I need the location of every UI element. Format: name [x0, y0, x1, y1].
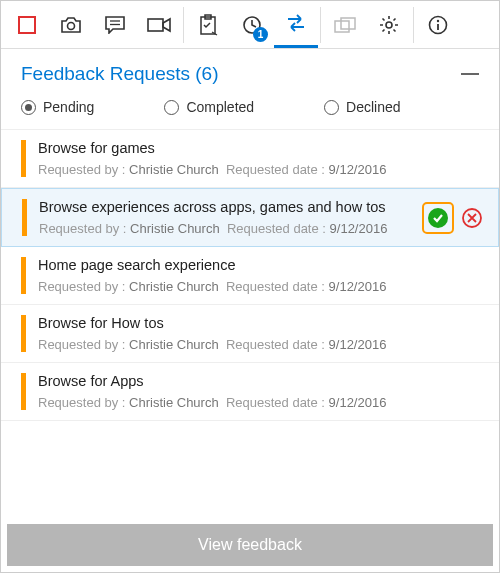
panel-header: Feedback Requests (6): [1, 49, 499, 95]
footer: View feedback: [1, 518, 499, 572]
meta-date-label: Requested date :: [226, 279, 325, 294]
request-item[interactable]: Browse for AppsRequested by : Christie C…: [1, 363, 499, 421]
video-button[interactable]: [137, 2, 181, 48]
item-title: Browse for games: [38, 140, 485, 156]
request-item[interactable]: Home page search experienceRequested by …: [1, 247, 499, 305]
meta-by-label: Requested by :: [38, 337, 125, 352]
svg-point-10: [386, 22, 392, 28]
filter-label: Pending: [43, 99, 94, 115]
item-meta: Requested by : Christie Church Requested…: [38, 162, 485, 177]
filter-declined[interactable]: Declined: [324, 99, 400, 115]
svg-rect-4: [148, 19, 163, 31]
badge-count: 1: [253, 27, 268, 42]
comment-button[interactable]: [93, 2, 137, 48]
toolbar-divider: [183, 7, 184, 43]
meta-date-value: 9/12/2016: [329, 337, 387, 352]
request-item[interactable]: Browse for gamesRequested by : Christie …: [1, 130, 499, 188]
toolbar-divider: [320, 7, 321, 43]
svg-point-12: [437, 19, 439, 21]
item-meta: Requested by : Christie Church Requested…: [38, 279, 485, 294]
filter-completed[interactable]: Completed: [164, 99, 254, 115]
panel-title: Feedback Requests (6): [21, 63, 219, 85]
view-feedback-button[interactable]: View feedback: [7, 524, 493, 566]
meta-date-label: Requested date :: [226, 162, 325, 177]
meta-date-value: 9/12/2016: [330, 221, 388, 236]
clipboard-button[interactable]: [186, 2, 230, 48]
meta-date-label: Requested date :: [226, 337, 325, 352]
x-circle-icon: [461, 207, 483, 229]
check-icon: [428, 208, 448, 228]
request-list: Browse for gamesRequested by : Christie …: [1, 129, 499, 518]
toolbar: 1: [1, 1, 499, 49]
item-title: Home page search experience: [38, 257, 485, 273]
meta-date-value: 9/12/2016: [329, 162, 387, 177]
meta-by-label: Requested by :: [39, 221, 126, 236]
item-body: Browse for gamesRequested by : Christie …: [38, 140, 485, 177]
item-body: Browse for How tosRequested by : Christi…: [38, 315, 485, 352]
item-meta: Requested by : Christie Church Requested…: [38, 395, 485, 410]
item-actions: [422, 199, 484, 236]
status-bar: [21, 257, 26, 294]
meta-by-label: Requested by :: [38, 395, 125, 410]
decline-button[interactable]: [460, 206, 484, 230]
filter-label: Completed: [186, 99, 254, 115]
collapse-button[interactable]: [461, 73, 479, 75]
request-item[interactable]: Browse for How tosRequested by : Christi…: [1, 305, 499, 363]
item-body: Browse experiences across apps, games an…: [39, 199, 414, 236]
item-title: Browse for Apps: [38, 373, 485, 389]
svg-rect-8: [335, 21, 349, 32]
item-title: Browse experiences across apps, games an…: [39, 199, 414, 215]
meta-by-label: Requested by :: [38, 279, 125, 294]
radio-icon: [324, 100, 339, 115]
filter-label: Declined: [346, 99, 400, 115]
meta-by-value: Christie Church: [129, 279, 219, 294]
item-body: Browse for AppsRequested by : Christie C…: [38, 373, 485, 410]
info-button[interactable]: [416, 2, 460, 48]
svg-rect-0: [19, 17, 35, 33]
meta-date-value: 9/12/2016: [329, 395, 387, 410]
status-bar: [21, 373, 26, 410]
settings-button[interactable]: [367, 2, 411, 48]
meta-by-value: Christie Church: [129, 337, 219, 352]
status-bar: [21, 315, 26, 352]
item-body: Home page search experienceRequested by …: [38, 257, 485, 294]
radio-icon: [164, 100, 179, 115]
meta-date-label: Requested date :: [227, 221, 326, 236]
sync-button[interactable]: [274, 2, 318, 48]
radio-icon: [21, 100, 36, 115]
meta-date-label: Requested date :: [226, 395, 325, 410]
screens-button[interactable]: [323, 2, 367, 48]
item-meta: Requested by : Christie Church Requested…: [38, 337, 485, 352]
request-item[interactable]: Browse experiences across apps, games an…: [1, 188, 499, 247]
camera-button[interactable]: [49, 2, 93, 48]
meta-by-value: Christie Church: [129, 395, 219, 410]
filter-row: Pending Completed Declined: [1, 95, 499, 129]
stop-button[interactable]: [5, 2, 49, 48]
meta-by-value: Christie Church: [129, 162, 219, 177]
item-meta: Requested by : Christie Church Requested…: [39, 221, 414, 236]
meta-by-label: Requested by :: [38, 162, 125, 177]
accept-button[interactable]: [422, 202, 454, 234]
meta-date-value: 9/12/2016: [329, 279, 387, 294]
history-button[interactable]: 1: [230, 2, 274, 48]
toolbar-divider: [413, 7, 414, 43]
meta-by-value: Christie Church: [130, 221, 220, 236]
item-title: Browse for How tos: [38, 315, 485, 331]
status-bar: [21, 140, 26, 177]
svg-rect-9: [341, 18, 355, 29]
svg-point-1: [68, 22, 75, 29]
status-bar: [22, 199, 27, 236]
filter-pending[interactable]: Pending: [21, 99, 94, 115]
